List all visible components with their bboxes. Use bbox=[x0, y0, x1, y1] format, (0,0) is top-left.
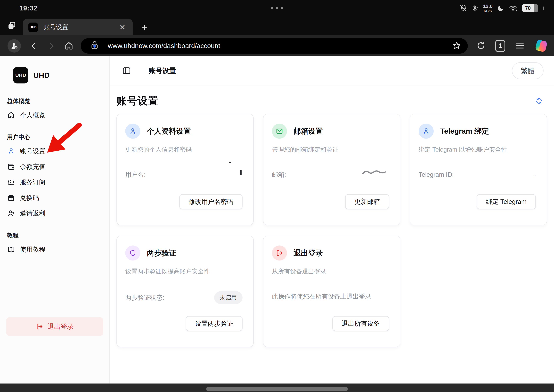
card-subtitle: 设置两步验证以提高账户安全性 bbox=[125, 267, 243, 276]
settings-card: 两步验证 设置两步验证以提高账户安全性 两步验证状态: 未启用 设置两步验证 bbox=[116, 236, 254, 347]
settings-card: Telegram 绑定 绑定 Telegram 以增强账户安全性 Telegra… bbox=[410, 114, 547, 225]
user-icon bbox=[125, 124, 140, 139]
ticket-icon bbox=[7, 178, 15, 186]
refresh-data-icon[interactable] bbox=[535, 97, 543, 105]
card-action-button[interactable]: 退出所有设备 bbox=[332, 316, 389, 331]
browser-tab[interactable]: UHD 账号设置 ✕ bbox=[23, 19, 133, 35]
network-speed: 12.0 KB/S bbox=[483, 4, 493, 13]
sidebar-toggle-icon[interactable] bbox=[122, 66, 131, 76]
card-title: 邮箱设置 bbox=[294, 126, 323, 136]
user-icon bbox=[7, 147, 15, 155]
sidebar-item-label: 余额充值 bbox=[20, 162, 45, 171]
clock: 19:32 bbox=[19, 4, 38, 12]
copilot-icon[interactable] bbox=[534, 39, 548, 53]
card-field-value: - bbox=[534, 171, 536, 178]
card-title: Telegram 绑定 bbox=[440, 126, 489, 136]
close-tab-icon[interactable]: ✕ bbox=[118, 23, 127, 32]
battery-icon: 70 bbox=[522, 4, 538, 12]
mail-icon bbox=[272, 124, 287, 139]
card-subtitle: 管理您的邮箱绑定和验证 bbox=[272, 146, 389, 154]
sidebar-nav: 总体概览 个人概览 用户中心 账号设置 余额充值 服务订阅 兑换码 邀请返利 教… bbox=[0, 97, 109, 257]
content-area: 账号设置 个人资料设置 更新您的个人信息和密码 用户名: 修改用户名密码 邮箱设… bbox=[110, 85, 554, 384]
card-field-label: 此操作将使您在所有设备上退出登录 bbox=[272, 292, 371, 301]
card-field-label: Telegram ID: bbox=[419, 171, 454, 178]
menu-icon[interactable] bbox=[515, 42, 525, 50]
sidebar-item-user[interactable]: 账号设置 bbox=[0, 143, 109, 159]
tab-strip: UHD 账号设置 ✕ + bbox=[0, 16, 554, 35]
sidebar-section-header: 教程 bbox=[0, 231, 109, 239]
camera-cutout-dots bbox=[271, 7, 283, 9]
gesture-pill[interactable] bbox=[206, 387, 348, 391]
card-subtitle: 从所有设备退出登录 bbox=[272, 267, 389, 276]
sidebar-item-label: 账号设置 bbox=[20, 147, 45, 156]
sidebar-item-label: 服务订阅 bbox=[20, 178, 45, 187]
address-bar: www.uhdnow.com/dashboard/account 1 bbox=[0, 35, 554, 56]
card-subtitle: 更新您的个人信息和密码 bbox=[125, 146, 243, 154]
sidebar-item-wallet[interactable]: 余额充值 bbox=[0, 159, 109, 175]
sidebar-item-user-plus[interactable]: 邀请返利 bbox=[0, 205, 109, 221]
settings-card: 邮箱设置 管理您的邮箱绑定和验证 邮箱: 更新邮箱 bbox=[263, 114, 400, 225]
settings-card: 退出登录 从所有设备退出登录 此操作将使您在所有设备上退出登录 退出所有设备 bbox=[263, 236, 400, 347]
sidebar-logout-button[interactable]: 退出登录 bbox=[6, 317, 103, 336]
bookmark-star-icon[interactable] bbox=[452, 41, 461, 51]
card-field-label: 邮箱: bbox=[272, 170, 286, 179]
card-action-button[interactable]: 设置两步验证 bbox=[186, 316, 243, 331]
reload-icon[interactable] bbox=[476, 41, 486, 51]
card-field-label: 用户名: bbox=[125, 170, 146, 179]
card-action-button[interactable]: 修改用户名密码 bbox=[179, 194, 243, 209]
user-plus-icon bbox=[7, 209, 15, 217]
moon-icon bbox=[497, 4, 505, 12]
tab-count-button[interactable]: 1 bbox=[495, 40, 505, 52]
sidebar-item-label: 使用教程 bbox=[20, 245, 45, 254]
book-icon bbox=[7, 245, 15, 253]
brand-logo-badge: UHD bbox=[13, 67, 28, 84]
url-text: www.uhdnow.com/dashboard/account bbox=[108, 42, 452, 50]
sidebar: UHD UHD 总体概览 个人概览 用户中心 账号设置 余额充值 服务订阅 兑换… bbox=[0, 56, 110, 384]
bell-off-icon bbox=[460, 4, 467, 12]
bluetooth-icon bbox=[471, 4, 479, 12]
gift-icon bbox=[7, 194, 15, 202]
site-security-icon[interactable] bbox=[90, 40, 99, 52]
breadcrumb: 账号设置 bbox=[149, 66, 176, 75]
sidebar-logout-label: 退出登录 bbox=[48, 322, 74, 331]
main-panel: 账号设置 繁體 账号设置 个人资料设置 更新您的个人信息和密码 用户名: 修改用… bbox=[110, 56, 554, 384]
shield-icon bbox=[125, 245, 140, 260]
sidebar-item-gift[interactable]: 兑换码 bbox=[0, 190, 109, 205]
profile-avatar[interactable] bbox=[7, 39, 21, 53]
language-toggle-button[interactable]: 繁體 bbox=[512, 62, 544, 79]
card-action-button[interactable]: 绑定 Telegram bbox=[477, 194, 536, 209]
page-title: 账号设置 bbox=[116, 94, 158, 108]
sidebar-item-ticket[interactable]: 服务订阅 bbox=[0, 175, 109, 190]
settings-card: 个人资料设置 更新您的个人信息和密码 用户名: 修改用户名密码 bbox=[116, 114, 254, 225]
brand-logo: UHD UHD bbox=[0, 67, 109, 84]
wifi-icon bbox=[509, 4, 518, 12]
sidebar-item-book[interactable]: 使用教程 bbox=[0, 242, 109, 257]
card-title: 退出登录 bbox=[294, 248, 323, 258]
forward-button[interactable] bbox=[46, 41, 56, 51]
status-badge: 未启用 bbox=[214, 291, 243, 304]
logout-icon bbox=[36, 323, 43, 330]
brand-logo-text: UHD bbox=[33, 71, 50, 80]
sidebar-item-home[interactable]: 个人概览 bbox=[0, 107, 109, 123]
card-title: 两步验证 bbox=[147, 248, 176, 258]
home-icon bbox=[7, 111, 15, 119]
user-icon bbox=[419, 124, 434, 139]
tab-switcher-icon[interactable] bbox=[7, 21, 16, 30]
wallet-icon bbox=[7, 163, 15, 171]
sidebar-section-header: 用户中心 bbox=[0, 133, 109, 141]
card-field-label: 两步验证状态: bbox=[125, 294, 164, 302]
card-title: 个人资料设置 bbox=[147, 126, 191, 136]
screen: 19:32 12.0 KB/S 70 bbox=[0, 0, 554, 392]
card-action-button[interactable]: 更新邮箱 bbox=[345, 194, 389, 209]
new-tab-icon[interactable]: + bbox=[141, 22, 147, 33]
main-header: 账号设置 繁體 bbox=[110, 56, 554, 85]
back-button[interactable] bbox=[29, 41, 39, 51]
system-nav-bar bbox=[0, 384, 554, 392]
home-button[interactable] bbox=[64, 41, 74, 51]
redacted-value-mark bbox=[362, 168, 386, 176]
url-field[interactable]: www.uhdnow.com/dashboard/account bbox=[81, 38, 468, 54]
sidebar-item-label: 个人概览 bbox=[20, 111, 45, 119]
sidebar-section-header: 总体概览 bbox=[0, 97, 109, 105]
sidebar-item-label: 兑换码 bbox=[20, 193, 39, 202]
site-favicon: UHD bbox=[28, 22, 38, 32]
